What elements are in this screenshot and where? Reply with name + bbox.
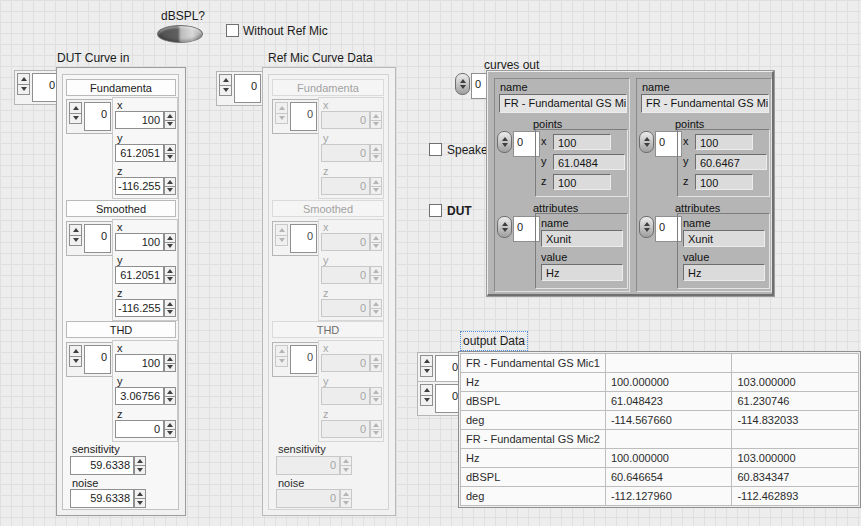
spin-up-icon[interactable] (134, 489, 146, 499)
spin-down-icon[interactable] (164, 276, 176, 285)
spin-down-icon[interactable] (164, 154, 176, 163)
without-ref-mic-checkbox[interactable] (226, 24, 239, 37)
labview-front-panel: dBSPL? Without Ref Mic DUT Curve in 0 Fu… (0, 0, 861, 526)
z-spinner[interactable] (164, 420, 176, 438)
spin-up-icon[interactable] (69, 345, 82, 357)
spin-down-icon[interactable] (164, 430, 176, 439)
spin-down-icon[interactable] (69, 236, 82, 247)
index-value[interactable]: 0 (84, 345, 111, 374)
dut-checkbox[interactable] (429, 204, 442, 217)
spin-up-icon[interactable] (460, 79, 466, 83)
spin-up-icon[interactable] (69, 224, 82, 236)
z-field[interactable]: -116.255 (115, 299, 164, 317)
fundamental-index[interactable]: 0 (66, 99, 114, 134)
index-value[interactable]: 0 (32, 73, 59, 102)
z-field[interactable]: 0 (115, 420, 164, 438)
spin-down-icon[interactable] (164, 121, 176, 130)
spin-down-icon[interactable] (164, 243, 176, 252)
z-field: 100 (695, 174, 753, 190)
spin-down-icon[interactable] (219, 86, 232, 97)
index-spinner[interactable] (497, 216, 512, 238)
attributes-index[interactable]: 0 (497, 216, 540, 242)
index-value[interactable]: 0 (84, 102, 111, 131)
spin-up-icon[interactable] (69, 102, 82, 114)
noise-field[interactable]: 59.6338 (70, 489, 134, 508)
spin-up-icon[interactable] (644, 222, 650, 226)
x-field[interactable]: 100 (115, 354, 164, 372)
y-field[interactable]: 3.06756 (115, 387, 164, 405)
points-index[interactable]: 0 (639, 131, 682, 157)
attributes-index[interactable]: 0 (639, 216, 682, 242)
spin-down-icon[interactable] (164, 309, 176, 318)
index-spinner[interactable] (219, 74, 232, 96)
spin-down-icon[interactable] (644, 143, 650, 147)
spin-up-icon[interactable] (420, 355, 433, 367)
spin-up-icon[interactable] (164, 420, 176, 430)
spin-up-icon[interactable] (164, 354, 176, 364)
z-spinner[interactable] (164, 177, 176, 195)
spin-up-icon[interactable] (164, 387, 176, 397)
y-spinner[interactable] (164, 266, 176, 284)
spin-down-icon[interactable] (502, 228, 508, 232)
spin-up-icon[interactable] (502, 137, 508, 141)
ref-mic-array-index[interactable]: 0 (216, 71, 264, 106)
spin-up-icon[interactable] (644, 137, 650, 141)
y-field[interactable]: 61.2051 (115, 266, 164, 284)
spin-down-icon[interactable] (134, 466, 146, 475)
spin-up-icon[interactable] (17, 73, 30, 85)
index-spinner[interactable] (639, 216, 654, 238)
spin-up-icon[interactable] (420, 384, 433, 396)
sensitivity-field[interactable]: 59.6338 (70, 456, 134, 475)
x-spinner[interactable] (164, 354, 176, 372)
noise-spinner[interactable] (134, 489, 146, 508)
index-spinner[interactable] (17, 73, 30, 95)
spin-down-icon[interactable] (420, 396, 433, 407)
spin-down-icon[interactable] (644, 228, 650, 232)
spin-down-icon[interactable] (69, 114, 82, 125)
spin-up-icon[interactable] (164, 177, 176, 187)
spin-down-icon[interactable] (164, 397, 176, 406)
spin-down-icon[interactable] (460, 85, 466, 89)
spin-up-icon[interactable] (219, 74, 232, 86)
z-field[interactable]: -116.255 (115, 177, 164, 195)
spin-down-icon[interactable] (164, 187, 176, 196)
spin-down-icon[interactable] (164, 364, 176, 373)
x-spinner[interactable] (164, 233, 176, 251)
spin-up-icon[interactable] (164, 266, 176, 276)
x-field[interactable]: 100 (115, 233, 164, 251)
smoothed-index[interactable]: 0 (66, 221, 114, 256)
index-spinner[interactable] (69, 345, 82, 367)
speaker-checkbox[interactable] (429, 143, 442, 156)
y-field[interactable]: 61.2051 (115, 144, 164, 162)
spin-up-icon[interactable] (164, 299, 176, 309)
index-spinner[interactable] (455, 73, 470, 95)
z-spinner[interactable] (164, 299, 176, 317)
spin-down-icon[interactable] (134, 499, 146, 508)
index-spinner[interactable] (69, 102, 82, 124)
spin-up-icon[interactable] (164, 111, 176, 121)
spin-up-icon[interactable] (134, 456, 146, 466)
spin-down-icon[interactable] (420, 367, 433, 378)
spin-down-icon[interactable] (17, 85, 30, 96)
index-spinner[interactable] (420, 384, 433, 406)
spin-up-icon[interactable] (164, 233, 176, 243)
index-spinner[interactable] (639, 131, 654, 153)
spin-up-icon[interactable] (502, 222, 508, 226)
index-value[interactable]: 0 (234, 74, 261, 103)
index-spinner[interactable] (497, 131, 512, 153)
dut-array-index[interactable]: 0 (14, 70, 62, 105)
spin-down-icon[interactable] (69, 357, 82, 368)
index-value[interactable]: 0 (84, 224, 111, 253)
index-spinner[interactable] (420, 355, 433, 377)
spin-down-icon[interactable] (502, 143, 508, 147)
x-field[interactable]: 100 (115, 111, 164, 129)
spin-up-icon[interactable] (164, 144, 176, 154)
x-spinner[interactable] (164, 111, 176, 129)
y-spinner[interactable] (164, 144, 176, 162)
sensitivity-spinner[interactable] (134, 456, 146, 475)
thd-index[interactable]: 0 (66, 342, 114, 377)
index-spinner[interactable] (69, 224, 82, 246)
points-index[interactable]: 0 (497, 131, 540, 157)
y-spinner[interactable] (164, 387, 176, 405)
dbspl-toggle-switch[interactable] (157, 25, 203, 43)
